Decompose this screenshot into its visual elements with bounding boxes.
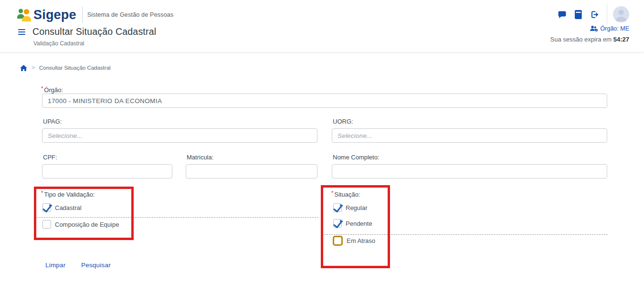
check-icon bbox=[333, 219, 343, 229]
situacao-label: *Situação: bbox=[331, 190, 360, 198]
session-timer: Sua sessão expira em 54:27 bbox=[550, 36, 629, 43]
regular-checkbox[interactable] bbox=[333, 203, 342, 212]
dashed-separator-right bbox=[324, 234, 608, 235]
nome-completo-label: Nome Completo: bbox=[333, 154, 380, 161]
page-title: Consultar Situação Cadastral bbox=[32, 26, 156, 37]
orgao-label: *Órgão: bbox=[41, 85, 63, 94]
cadastral-label: Cadastral bbox=[55, 204, 82, 211]
home-icon[interactable] bbox=[20, 65, 27, 71]
pendente-checkbox[interactable] bbox=[333, 219, 342, 228]
checkbox-regular[interactable]: Regular bbox=[333, 203, 368, 212]
sigepe-logo-icon bbox=[16, 7, 32, 22]
session-prefix: Sua sessão expira em bbox=[550, 36, 613, 43]
logo-tagline: Sistema de Gestão de Pessoas bbox=[87, 11, 174, 18]
chevron-right-icon: > bbox=[32, 64, 35, 71]
breadcrumb-current: Consultar Situação Cadastral bbox=[39, 65, 111, 71]
check-icon bbox=[42, 203, 53, 213]
avatar[interactable] bbox=[613, 6, 629, 22]
upag-label: UPAG: bbox=[43, 118, 62, 125]
matricula-input[interactable] bbox=[186, 164, 317, 178]
matricula-label: Matricula: bbox=[187, 154, 213, 161]
orgao-input[interactable] bbox=[42, 94, 607, 108]
uorg-input[interactable] bbox=[332, 128, 607, 143]
required-asterisk: * bbox=[41, 85, 43, 91]
checkbox-em-atraso[interactable]: Em Atraso bbox=[333, 236, 375, 246]
app-header: Sigepe Sistema de Gestão de Pessoas Cons… bbox=[0, 0, 644, 52]
uorg-label: UORG: bbox=[333, 118, 353, 125]
check-icon bbox=[333, 203, 343, 213]
orgao-selector[interactable]: Órgão: ME bbox=[590, 25, 629, 32]
book-icon[interactable] bbox=[573, 10, 583, 19]
header-divider bbox=[607, 4, 607, 25]
cpf-label: CPF: bbox=[43, 154, 57, 161]
breadcrumb: > Consultar Situação Cadastral bbox=[20, 64, 111, 71]
cadastral-checkbox[interactable] bbox=[42, 203, 51, 212]
composicao-equipe-label: Composição de Equipe bbox=[55, 221, 119, 228]
checkbox-cadastral[interactable]: Cadastral bbox=[42, 203, 82, 212]
cpf-input[interactable] bbox=[42, 164, 172, 178]
tipo-validacao-label: *Tipo de Validação: bbox=[41, 190, 95, 198]
page-subtitle: Validação Cadastral bbox=[33, 40, 84, 47]
required-asterisk: * bbox=[41, 190, 43, 196]
em-atraso-checkbox[interactable] bbox=[333, 236, 343, 246]
logo-text: Sigepe bbox=[33, 8, 76, 22]
pesquisar-button[interactable]: Pesquisar bbox=[81, 262, 111, 269]
limpar-button[interactable]: Limpar bbox=[45, 262, 65, 269]
users-gear-icon bbox=[590, 25, 598, 32]
pendente-label: Pendente bbox=[346, 220, 372, 227]
checkbox-pendente[interactable]: Pendente bbox=[333, 219, 372, 228]
header-actions bbox=[557, 4, 629, 25]
required-asterisk: * bbox=[331, 190, 333, 196]
nome-completo-input[interactable] bbox=[332, 164, 607, 178]
checkbox-composicao-equipe[interactable]: Composição de Equipe bbox=[42, 220, 119, 229]
logo[interactable]: Sigepe Sistema de Gestão de Pessoas bbox=[16, 7, 173, 23]
logo-divider bbox=[82, 7, 83, 23]
regular-label: Regular bbox=[346, 204, 368, 211]
dashed-separator-left bbox=[37, 217, 318, 218]
session-time: 54:27 bbox=[613, 36, 629, 43]
orgao-chip-label: Órgão: ME bbox=[601, 25, 629, 32]
upag-input[interactable] bbox=[42, 128, 317, 143]
page: Sigepe Sistema de Gestão de Pessoas Cons… bbox=[0, 0, 644, 283]
em-atraso-label: Em Atraso bbox=[347, 237, 375, 244]
chat-icon[interactable] bbox=[557, 10, 567, 19]
menu-hamburger-icon[interactable] bbox=[18, 29, 25, 35]
logout-icon[interactable] bbox=[590, 10, 599, 19]
composicao-equipe-checkbox[interactable] bbox=[42, 220, 51, 229]
